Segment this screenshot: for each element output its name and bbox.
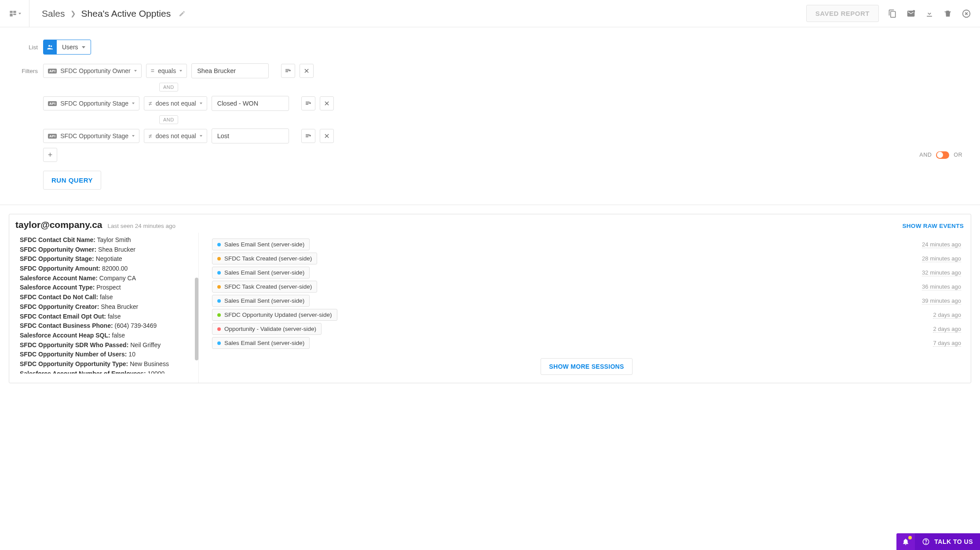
list-label: List (18, 40, 43, 51)
event-chip[interactable]: Sales Email Sent (server-side) (212, 295, 310, 307)
filter-remove-icon[interactable] (320, 96, 334, 110)
properties-list: SFDC Contact Cbit Name: Taylor SmithSFDC… (9, 233, 198, 374)
event-dot-icon (217, 285, 221, 289)
property-row: SFDC Contact Email Opt Out: false (20, 312, 191, 322)
property-row: SFDC Contact Cbit Name: Taylor Smith (20, 235, 191, 245)
filter-field-select[interactable]: APISFDC Opportunity Stage (43, 96, 139, 110)
dashboard-menu-icon[interactable] (9, 7, 21, 20)
svg-point-7 (51, 45, 52, 47)
event-chip[interactable]: SFDC Task Created (server-side) (212, 253, 317, 264)
show-raw-events-link[interactable]: SHOW RAW EVENTS (902, 223, 964, 229)
and-connector: AND (159, 115, 178, 124)
event-time: 7 days ago (933, 340, 961, 347)
event-chip[interactable]: Sales Email Sent (server-side) (212, 337, 310, 349)
event-time: 36 minutes ago (922, 283, 961, 290)
event-time: 28 minutes ago (922, 255, 961, 262)
property-row: SFDC Opportunity Amount: 82000.00 (20, 264, 191, 274)
event-chip[interactable]: Sales Email Sent (server-side) (212, 238, 310, 250)
svg-point-6 (48, 45, 50, 47)
saved-report-button[interactable]: SAVED REPORT (806, 5, 879, 22)
events-list: Sales Email Sent (server-side)24 minutes… (198, 233, 971, 383)
event-time: 2 days ago (933, 326, 961, 333)
event-row: Sales Email Sent (server-side)7 days ago (212, 337, 961, 349)
run-query-button[interactable]: RUN QUERY (43, 171, 101, 190)
top-bar: Sales ❯ Shea's Active Oppties SAVED REPO… (0, 0, 980, 27)
filter-remove-icon[interactable] (300, 64, 314, 78)
property-row: SFDC Opportunity Number of Users: 10 (20, 350, 191, 359)
event-row: Sales Email Sent (server-side)32 minutes… (212, 267, 961, 279)
filters-label: Filters (18, 63, 43, 74)
event-chip[interactable]: Opportunity - Validate (server-side) (212, 323, 322, 335)
event-dot-icon (217, 313, 221, 317)
event-row: SFDC Opportunity Updated (server-side)2 … (212, 309, 961, 321)
event-row: SFDC Task Created (server-side)28 minute… (212, 253, 961, 264)
filter-operator-select[interactable]: ≠does not equal (144, 96, 207, 110)
add-filter-button[interactable]: + (43, 148, 57, 162)
svg-point-4 (913, 10, 915, 12)
scrollbar[interactable] (195, 233, 198, 383)
event-chip[interactable]: SFDC Task Created (server-side) (212, 281, 317, 293)
page-title: Shea's Active Oppties (81, 8, 171, 19)
event-chip[interactable]: SFDC Opportunity Updated (server-side) (212, 309, 337, 321)
chevron-down-icon (134, 70, 137, 72)
property-row: SFDC Opportunity Creator: Shea Brucker (20, 302, 191, 312)
user-email: taylor@company.ca (15, 220, 102, 230)
filter-value-input[interactable]: Closed - WON (212, 96, 289, 111)
show-more-sessions-button[interactable]: SHOW MORE SESSIONS (541, 358, 632, 375)
event-dot-icon (217, 341, 221, 345)
edit-icon[interactable] (179, 10, 186, 17)
property-row: Salesforce Account Number of Employees: … (20, 369, 191, 374)
chevron-right-icon: ❯ (70, 10, 76, 18)
filter-field-select[interactable]: APISFDC Opportunity Stage (43, 129, 139, 143)
and-or-switch[interactable] (936, 151, 949, 159)
filter-add-icon[interactable] (301, 96, 315, 110)
property-row: Salesforce Account Name: Company CA (20, 274, 191, 283)
event-row: Sales Email Sent (server-side)39 minutes… (212, 295, 961, 307)
filter-value-input[interactable]: Shea Brucker (191, 63, 269, 78)
trash-icon[interactable] (943, 9, 953, 18)
breadcrumb: Sales ❯ Shea's Active Oppties (42, 8, 186, 19)
event-dot-icon (217, 327, 221, 331)
chevron-down-icon (200, 135, 202, 137)
copy-icon[interactable] (888, 9, 897, 18)
property-row: SFDC Opportunity Owner: Shea Brucker (20, 245, 191, 255)
event-time: 32 minutes ago (922, 269, 961, 276)
property-row: SFDC Opportunity Stage: Negotiate (20, 254, 191, 264)
chevron-down-icon (179, 70, 182, 72)
filter-operator-select[interactable]: ≠does not equal (144, 129, 207, 143)
or-label: OR (954, 152, 962, 158)
users-icon (44, 40, 57, 54)
breadcrumb-root[interactable]: Sales (42, 8, 65, 19)
event-row: SFDC Task Created (server-side)36 minute… (212, 281, 961, 293)
filter-value-input[interactable]: Lost (212, 128, 289, 143)
mail-icon[interactable] (906, 9, 916, 18)
user-detail-panel: taylor@company.ca Last seen 24 minutes a… (9, 214, 971, 383)
property-row: SFDC Opportunity Opportunity Type: New B… (20, 359, 191, 369)
and-label: AND (919, 152, 932, 158)
event-dot-icon (217, 271, 221, 275)
chevron-down-icon (132, 103, 135, 104)
event-dot-icon (217, 243, 221, 246)
filter-field-select[interactable]: APISFDC Opportunity Owner (43, 64, 142, 78)
property-row: SFDC Contact Business Phone: (604) 739-3… (20, 321, 191, 331)
svg-rect-2 (10, 14, 12, 16)
event-dot-icon (217, 299, 221, 303)
filter-operator-select[interactable]: =equals (146, 64, 187, 78)
filter-add-icon[interactable] (281, 64, 295, 78)
and-or-toggle: ANDOR (919, 151, 962, 159)
divider (0, 205, 980, 205)
and-connector: AND (159, 83, 178, 92)
filter-remove-icon[interactable] (320, 129, 334, 143)
event-time: 24 minutes ago (922, 241, 961, 248)
chevron-down-icon (82, 46, 85, 48)
event-chip[interactable]: Sales Email Sent (server-side) (212, 267, 310, 279)
close-circle-icon[interactable] (962, 9, 971, 18)
list-selector[interactable]: Users (43, 40, 91, 55)
event-dot-icon (217, 257, 221, 260)
filter-row: APISFDC Opportunity Owner=equalsShea Bru… (43, 63, 962, 78)
event-row: Opportunity - Validate (server-side)2 da… (212, 323, 961, 335)
download-icon[interactable] (925, 9, 934, 18)
filter-add-icon[interactable] (301, 129, 315, 143)
list-value: Users (62, 44, 78, 51)
divider (29, 0, 29, 27)
